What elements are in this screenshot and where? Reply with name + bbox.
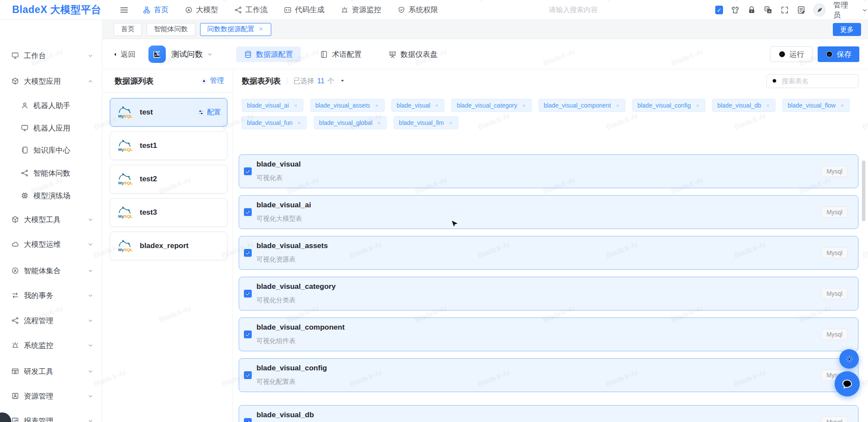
tag-blade-visual-category[interactable]: blade_visual_category (451, 99, 531, 112)
play-circle-icon (778, 50, 786, 58)
sidebar-item-dev-tools[interactable]: 研发工具 (0, 365, 102, 377)
datasource-item-test[interactable]: MySQL test 配置 (110, 98, 227, 127)
back-button[interactable]: 返回 (112, 49, 135, 59)
settings-fab-button[interactable] (839, 349, 859, 369)
checkbox-checked[interactable] (244, 371, 252, 379)
close-icon[interactable] (258, 26, 264, 33)
sidebar-item-model-playground[interactable]: 模型演练场 (0, 190, 102, 202)
sidebar-item-llm-apps[interactable]: 大模型应用 (0, 75, 102, 87)
close-icon[interactable] (434, 103, 439, 108)
app-name[interactable]: 测试问数 (171, 49, 203, 59)
table-row[interactable]: blade_visual_db Mysql (239, 405, 858, 422)
monitor-icon (11, 52, 19, 59)
datasource-item-test3[interactable]: MySQL test3 (110, 198, 227, 227)
selected-count: 11 (317, 77, 325, 85)
sidebar-item-resource-mgmt[interactable]: 资源管理 (0, 390, 102, 402)
user-name[interactable]: 管理员 (833, 0, 854, 20)
close-icon[interactable] (375, 103, 379, 108)
chevron-down-icon[interactable] (207, 51, 213, 58)
checkbox-checked[interactable] (244, 249, 252, 257)
close-icon[interactable] (297, 121, 302, 125)
chevron-up-icon (87, 78, 94, 85)
tag-blade-visual-fun[interactable]: blade_visual_fun (242, 116, 307, 129)
chevron-down-icon[interactable] (861, 7, 868, 13)
table-row[interactable]: blade_visual_config 可视化配置表 Mysql (239, 358, 858, 392)
collapse-tags-icon[interactable] (339, 78, 345, 84)
table-search-input[interactable] (782, 77, 851, 85)
chat-fab-button[interactable] (835, 371, 860, 396)
tag-blade-visual-assets[interactable]: blade_visual_assets (310, 99, 385, 112)
close-icon[interactable] (377, 121, 381, 125)
sidebar-item-report-mgmt[interactable]: 报表管理 (0, 415, 102, 422)
fullscreen-icon[interactable] (780, 6, 789, 14)
checkbox-checked[interactable] (244, 290, 252, 298)
sidebar-item-agent-query[interactable]: 智能体问数 (0, 167, 102, 179)
checkbox-checked[interactable] (244, 208, 252, 216)
sidebar-item-robot-app[interactable]: 机器人应用 (0, 122, 102, 134)
hamburger-menu-icon[interactable] (119, 5, 129, 15)
save-button[interactable]: 保存 (818, 46, 859, 62)
datasource-item-test1[interactable]: MySQL test1 (110, 131, 227, 160)
nav-item-home[interactable]: 首页 (143, 5, 168, 15)
sidebar-item-process-mgmt[interactable]: 流程管理 (0, 314, 102, 327)
checkbox-checked[interactable] (244, 167, 252, 175)
checkbox-checked[interactable] (244, 418, 252, 422)
tag-blade-visual-ai[interactable]: blade_visual_ai (242, 99, 303, 112)
theme-shirt-icon[interactable] (731, 6, 740, 14)
nav-item-workflow[interactable]: 工作流 (234, 5, 267, 15)
run-button[interactable]: 运行 (770, 46, 812, 62)
tab-home[interactable]: 首页 (114, 23, 142, 36)
tag-blade-visual-llm[interactable]: blade_visual_llm (394, 116, 458, 129)
more-button[interactable]: 更多 (833, 23, 861, 36)
tag-blade-visual-global[interactable]: blade_visual_global (314, 116, 387, 129)
close-icon[interactable] (840, 103, 845, 108)
notebook-icon[interactable] (797, 6, 806, 14)
chevron-down-icon (87, 292, 94, 299)
datasource-item-test2[interactable]: MySQL test2 (110, 165, 227, 193)
scrollbar-thumb[interactable] (862, 160, 865, 221)
close-icon[interactable] (293, 103, 298, 108)
view-terms-config[interactable]: 术语配置 (312, 46, 369, 62)
sidebar-item-my-tasks[interactable]: 我的事务 (0, 289, 102, 301)
sidebar-item-llm-ops[interactable]: 大模型运维 (0, 238, 102, 250)
view-data-dashboard[interactable]: 数据仪表盘 (381, 46, 445, 62)
sidebar-item-system-monitor[interactable]: 系统监控 (0, 339, 102, 351)
close-icon[interactable] (522, 103, 526, 108)
tag-blade-visual[interactable]: blade_visual (391, 99, 445, 112)
table-row[interactable]: blade_visual_assets 可视化资源表 Mysql (239, 236, 858, 270)
global-search-input[interactable] (549, 3, 653, 16)
todo-check-icon[interactable]: ✓ (715, 6, 723, 14)
sidebar-item-agent-collection[interactable]: 智能体集合 (0, 265, 102, 277)
datasource-item-bladex-report[interactable]: MySQL bladex_report (110, 232, 227, 260)
manage-button[interactable]: 管理 (201, 76, 224, 85)
tab-datasource-config[interactable]: 问数数据源配置 (200, 23, 272, 36)
tag-blade-visual-db[interactable]: blade_visual_db (712, 99, 776, 112)
configure-button[interactable]: 配置 (197, 108, 221, 117)
close-icon[interactable] (766, 103, 770, 108)
checkbox-checked[interactable] (244, 330, 252, 338)
sidebar-item-workbench[interactable]: 工作台 (0, 49, 102, 62)
language-translate-icon[interactable] (764, 6, 773, 14)
chevron-down-icon (87, 52, 94, 59)
table-row[interactable]: blade_visual_component 可视化组件表 Mysql (239, 317, 858, 351)
tag-blade-visual-config[interactable]: blade_visual_config (632, 99, 705, 112)
sidebar-item-knowledge-center[interactable]: 知识库中心 (0, 144, 102, 156)
nav-item-system-permission[interactable]: 系统权限 (398, 5, 438, 15)
table-row[interactable]: blade_visual_category 可视化分类表 Mysql (239, 277, 858, 311)
table-row[interactable]: blade_visual 可视化表 Mysql (239, 154, 858, 188)
user-avatar[interactable] (813, 3, 825, 16)
lock-icon[interactable] (747, 6, 756, 14)
view-datasource-config[interactable]: 数据源配置 (236, 46, 301, 62)
sidebar-item-robot-assistant[interactable]: 机器人助手 (0, 99, 102, 111)
table-row[interactable]: blade_visual_ai 可视化大模型表 Mysql (239, 195, 858, 229)
sidebar-item-llm-tools[interactable]: 大模型工具 (0, 213, 102, 226)
close-icon[interactable] (615, 103, 620, 108)
close-icon[interactable] (448, 121, 453, 125)
close-icon[interactable] (695, 103, 700, 108)
nav-item-codegen[interactable]: 代码生成 (284, 5, 324, 15)
nav-item-llm[interactable]: 大模型 (185, 5, 218, 15)
tag-blade-visual-flow[interactable]: blade_visual_flow (783, 99, 850, 112)
tag-blade-visual-component[interactable]: blade_visual_component (539, 99, 625, 112)
nav-item-resource-monitor[interactable]: 资源监控 (341, 5, 381, 15)
tab-agent-query[interactable]: 智能体问数 (147, 23, 195, 36)
